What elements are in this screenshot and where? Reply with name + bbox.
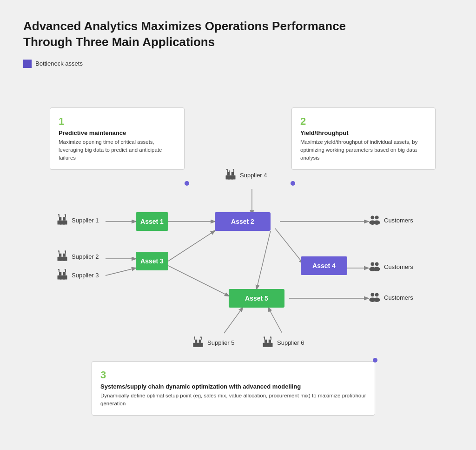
svg-point-23 [233, 169, 234, 170]
legend-color-box [23, 60, 32, 68]
customer-2-label: Customers [368, 260, 413, 274]
supplier-2-label: Supplier 2 [56, 249, 99, 264]
svg-point-56 [194, 336, 195, 338]
page: Advanced Analytics Maximizes Operations … [0, 0, 476, 450]
svg-rect-40 [60, 257, 62, 261]
svg-point-72 [374, 220, 380, 224]
svg-rect-61 [264, 339, 267, 343]
supplier-5-label: Supplier 5 [192, 336, 235, 350]
svg-rect-44 [63, 272, 66, 275]
page-title: Advanced Analytics Maximizes Operations … [23, 19, 453, 50]
info-box-2: 2 Yield/throughput Maximize yield/throug… [291, 107, 436, 170]
dot-box2 [291, 181, 295, 186]
svg-rect-67 [265, 343, 267, 347]
svg-line-12 [224, 308, 243, 333]
supplier-4-icon [224, 168, 237, 182]
svg-rect-20 [228, 176, 230, 179]
svg-rect-50 [63, 276, 65, 279]
svg-rect-62 [269, 339, 271, 343]
supplier-2-icon [56, 249, 69, 264]
info-box-3: 3 Systems/supply chain dynamic optimizat… [92, 361, 375, 416]
asset-4-node: Asset 4 [301, 256, 347, 275]
box2-num: 2 [300, 115, 427, 128]
customer-1-label: Customers [368, 213, 413, 228]
legend: Bottleneck assets [23, 60, 453, 68]
supplier-1-label: Supplier 1 [56, 213, 99, 228]
svg-line-2 [106, 268, 136, 275]
svg-line-5 [168, 266, 229, 296]
supplier-1-icon [56, 213, 69, 228]
svg-point-57 [200, 336, 202, 338]
supplier-1-text: Supplier 1 [72, 217, 99, 224]
svg-rect-49 [60, 276, 62, 279]
dot-box1 [185, 181, 189, 186]
svg-point-65 [264, 336, 265, 338]
supplier-5-icon [192, 336, 205, 350]
svg-line-7 [275, 228, 303, 263]
svg-point-70 [375, 215, 379, 219]
svg-rect-31 [60, 221, 62, 224]
box1-num: 1 [59, 115, 176, 128]
customer-3-text: Customers [384, 294, 413, 301]
svg-point-47 [58, 269, 60, 270]
asset-1-node: Asset 1 [136, 212, 168, 231]
supplier-3-text: Supplier 3 [72, 272, 99, 279]
customer-2-text: Customers [384, 263, 413, 270]
svg-point-48 [65, 269, 66, 270]
svg-rect-52 [195, 339, 197, 343]
svg-rect-25 [59, 217, 61, 220]
svg-rect-59 [199, 343, 201, 347]
supplier-2-text: Supplier 2 [72, 253, 99, 260]
diagram: 1 Predictive maintenance Maximize openin… [24, 82, 452, 408]
customer-1-icon [368, 213, 381, 228]
supplier-3-icon [56, 268, 69, 282]
svg-point-66 [270, 336, 271, 338]
svg-point-74 [375, 262, 379, 266]
svg-rect-24 [58, 220, 67, 224]
svg-point-30 [65, 214, 66, 215]
svg-line-4 [168, 231, 215, 261]
svg-point-39 [65, 250, 66, 252]
customer-3-icon [368, 290, 381, 305]
svg-rect-51 [193, 343, 203, 347]
supplier-6-icon [261, 336, 274, 350]
svg-point-22 [226, 169, 228, 170]
customer-2-icon [368, 260, 381, 274]
svg-point-80 [374, 297, 380, 302]
supplier-6-label: Supplier 6 [261, 336, 304, 350]
svg-rect-33 [58, 256, 67, 261]
svg-rect-68 [269, 343, 271, 347]
supplier-5-text: Supplier 5 [207, 339, 235, 346]
svg-rect-41 [63, 257, 65, 261]
asset-2-node: Asset 2 [215, 212, 271, 231]
box2-title: Yield/throughput [300, 129, 427, 136]
svg-point-76 [374, 267, 380, 271]
customer-3-label: Customers [368, 290, 413, 305]
svg-line-8 [257, 231, 271, 289]
svg-rect-34 [59, 253, 61, 256]
customer-1-text: Customers [384, 217, 413, 224]
box1-desc: Maximize opening time of critical assets… [59, 138, 176, 162]
svg-rect-60 [263, 343, 273, 347]
svg-line-13 [268, 308, 282, 333]
dot-box3 [373, 358, 377, 363]
legend-label: Bottleneck assets [35, 60, 83, 67]
svg-rect-58 [196, 343, 198, 347]
svg-rect-26 [63, 217, 66, 220]
svg-rect-35 [63, 253, 66, 256]
box2-desc: Maximize yield/throughput of individual … [300, 138, 427, 162]
box3-title: Systems/supply chain dynamic optimizatio… [100, 383, 366, 390]
svg-point-69 [370, 215, 374, 219]
svg-point-73 [370, 262, 374, 266]
svg-rect-42 [58, 275, 67, 279]
supplier-4-label: Supplier 4 [224, 168, 267, 182]
svg-point-77 [370, 293, 374, 296]
svg-rect-16 [231, 172, 234, 175]
svg-rect-32 [63, 221, 65, 224]
box1-title: Predictive maintenance [59, 129, 176, 136]
svg-point-29 [58, 214, 60, 215]
asset-3-node: Asset 3 [136, 252, 168, 270]
svg-point-38 [58, 250, 60, 252]
svg-rect-17 [229, 170, 230, 172]
asset-5-node: Asset 5 [229, 289, 284, 308]
